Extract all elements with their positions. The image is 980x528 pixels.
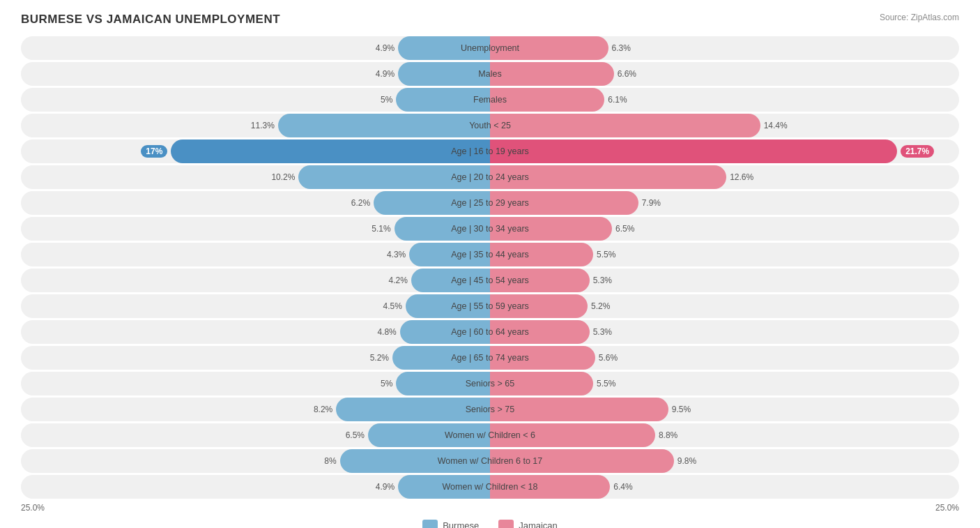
val-right: 6.4% [613, 482, 632, 492]
chart-container: BURMESE VS JAMAICAN UNEMPLOYMENT Source:… [0, 0, 980, 528]
bar-right [490, 346, 595, 370]
val-right: 6.3% [612, 43, 631, 53]
val-left: 17% [141, 145, 167, 158]
chart-row: Age | 16 to 19 years17%21.7% [21, 139, 959, 163]
val-left: 6.2% [351, 198, 370, 208]
val-left: 5% [381, 95, 392, 105]
bar-left [398, 36, 490, 60]
chart-header: BURMESE VS JAMAICAN UNEMPLOYMENT Source:… [21, 13, 959, 27]
val-right: 5.3% [593, 276, 612, 285]
val-left: 5.1% [372, 224, 390, 234]
bar-left [298, 165, 490, 189]
chart-row: Age | 55 to 59 years4.5%5.2% [21, 294, 959, 318]
val-right: 6.5% [615, 224, 634, 234]
bar-left [340, 449, 490, 473]
chart-source: Source: ZipAtlas.com [880, 13, 959, 22]
val-left: 5.2% [370, 353, 389, 363]
val-right: 5.6% [599, 353, 618, 363]
chart-row: Women w/ Children < 66.5%8.8% [21, 423, 959, 447]
bar-left [400, 320, 490, 344]
bar-right [490, 114, 760, 137]
bar-left [171, 139, 490, 163]
chart-row: Age | 35 to 44 years4.3%5.5% [21, 243, 959, 266]
val-left: 6.5% [346, 430, 365, 440]
bar-right [490, 191, 638, 215]
chart-row: Age | 65 to 74 years5.2%5.6% [21, 346, 959, 370]
bar-left [374, 191, 490, 215]
chart-row: Age | 20 to 24 years10.2%12.6% [21, 165, 959, 189]
bar-left [411, 269, 490, 292]
val-left: 4.9% [376, 43, 395, 53]
chart-row: Women w/ Children 6 to 178%9.8% [21, 449, 959, 473]
val-left: 8% [324, 456, 336, 466]
val-left: 5% [381, 379, 392, 389]
chart-title: BURMESE VS JAMAICAN UNEMPLOYMENT [21, 13, 280, 27]
bar-left [278, 114, 490, 137]
val-right: 9.5% [672, 405, 691, 414]
bar-left [368, 423, 490, 447]
axis-right: 25.0% [935, 503, 959, 513]
bar-right [490, 243, 593, 266]
bar-right [490, 165, 726, 189]
bar-right [490, 36, 608, 60]
val-right: 21.7% [901, 145, 934, 158]
bar-right [490, 449, 674, 473]
val-left: 4.8% [377, 327, 396, 337]
bar-right [490, 320, 590, 344]
legend-item-jamaican: Jamaican [498, 520, 558, 528]
chart-row: Females5%6.1% [21, 88, 959, 112]
legend: Burmese Jamaican [21, 520, 959, 528]
val-left: 11.3% [251, 121, 275, 130]
axis-left: 25.0% [21, 503, 45, 513]
bar-left [409, 243, 490, 266]
bar-right [490, 423, 655, 447]
val-right: 7.9% [642, 198, 661, 208]
val-right: 5.2% [591, 301, 610, 311]
bar-right [490, 398, 668, 421]
val-left: 4.9% [376, 482, 395, 492]
chart-row: Seniors > 655%5.5% [21, 372, 959, 395]
val-right: 5.3% [593, 327, 612, 337]
chart-row: Age | 25 to 29 years6.2%7.9% [21, 191, 959, 215]
val-right: 14.4% [764, 121, 788, 130]
legend-item-burmese: Burmese [422, 520, 479, 528]
val-right: 6.1% [608, 95, 627, 105]
val-right: 5.5% [597, 250, 615, 259]
val-right: 12.6% [730, 172, 753, 182]
bar-left [392, 346, 490, 370]
chart-row: Age | 60 to 64 years4.8%5.3% [21, 320, 959, 344]
bar-left [336, 398, 490, 421]
legend-label-burmese: Burmese [443, 520, 479, 529]
chart-row: Age | 45 to 54 years4.2%5.3% [21, 269, 959, 292]
bar-left [396, 88, 490, 112]
bar-left [395, 217, 490, 241]
bar-left [406, 294, 490, 318]
legend-box-burmese [422, 520, 438, 528]
val-right: 5.5% [597, 379, 615, 389]
chart-row: Males4.9%6.6% [21, 62, 959, 86]
bar-right [490, 372, 593, 395]
axis-row: 25.0% 25.0% [21, 503, 959, 513]
val-left: 4.2% [389, 276, 408, 285]
bar-right [490, 88, 604, 112]
bar-left [398, 475, 490, 499]
val-right: 6.6% [618, 69, 636, 79]
bar-right [490, 62, 614, 86]
bar-right [490, 217, 612, 241]
val-right: 9.8% [677, 456, 696, 466]
legend-label-jamaican: Jamaican [519, 520, 558, 529]
chart-row: Women w/ Children < 184.9%6.4% [21, 475, 959, 499]
bar-right [490, 139, 897, 163]
bar-right [490, 475, 610, 499]
bar-right [490, 294, 588, 318]
val-left: 10.2% [271, 172, 295, 182]
val-left: 4.3% [387, 250, 406, 259]
chart-row: Seniors > 758.2%9.5% [21, 398, 959, 421]
val-left: 4.9% [376, 69, 395, 79]
legend-box-jamaican [498, 520, 514, 528]
chart-row: Unemployment4.9%6.3% [21, 36, 959, 60]
val-right: 8.8% [659, 430, 677, 440]
chart-row: Age | 30 to 34 years5.1%6.5% [21, 217, 959, 241]
val-left: 4.5% [383, 301, 402, 311]
chart-row: Youth < 2511.3%14.4% [21, 114, 959, 137]
